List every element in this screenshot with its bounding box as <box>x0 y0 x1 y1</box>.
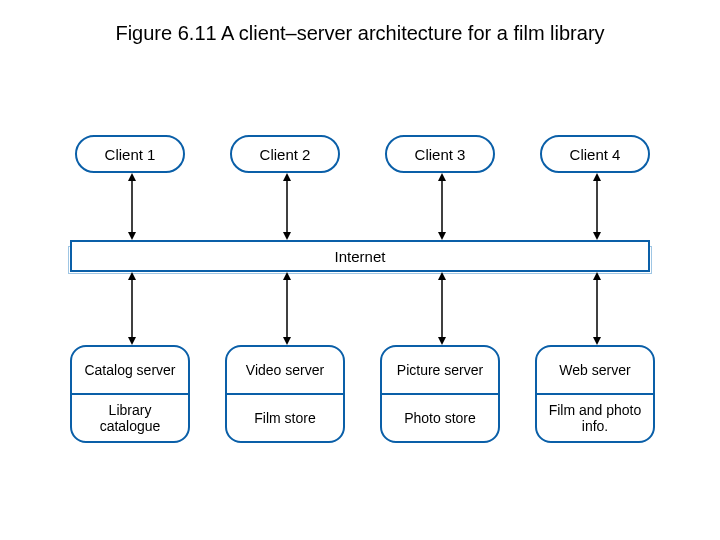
svg-marker-7 <box>438 173 446 181</box>
server-bottom-label: Film store <box>227 395 343 441</box>
svg-marker-1 <box>128 173 136 181</box>
arrow-client2-internet <box>281 173 293 240</box>
svg-marker-2 <box>128 232 136 240</box>
svg-marker-17 <box>283 337 291 345</box>
svg-marker-14 <box>128 337 136 345</box>
server-bottom-label: Library catalogue <box>72 395 188 441</box>
svg-marker-19 <box>438 272 446 280</box>
client-box-3: Client 3 <box>385 135 495 173</box>
arrow-internet-server1 <box>126 272 138 345</box>
figure-title: Figure 6.11 A client–server architecture… <box>0 22 720 45</box>
arrow-internet-server4 <box>591 272 603 345</box>
architecture-diagram: Client 1 Client 2 Client 3 Client 4 Inte… <box>70 135 650 465</box>
server-top-label: Catalog server <box>72 347 188 395</box>
server-bottom-label: Photo store <box>382 395 498 441</box>
svg-marker-10 <box>593 173 601 181</box>
svg-marker-8 <box>438 232 446 240</box>
svg-marker-16 <box>283 272 291 280</box>
svg-marker-4 <box>283 173 291 181</box>
client-label: Client 3 <box>415 146 466 163</box>
client-box-4: Client 4 <box>540 135 650 173</box>
client-label: Client 4 <box>570 146 621 163</box>
svg-marker-13 <box>128 272 136 280</box>
arrow-client1-internet <box>126 173 138 240</box>
svg-marker-11 <box>593 232 601 240</box>
server-box-web: Web server Film and photo info. <box>535 345 655 443</box>
client-label: Client 2 <box>260 146 311 163</box>
internet-bar: Internet <box>70 240 650 272</box>
client-box-2: Client 2 <box>230 135 340 173</box>
internet-label: Internet <box>335 248 386 265</box>
arrow-internet-server2 <box>281 272 293 345</box>
server-top-label: Picture server <box>382 347 498 395</box>
svg-marker-23 <box>593 337 601 345</box>
arrow-client3-internet <box>436 173 448 240</box>
server-box-catalog: Catalog server Library catalogue <box>70 345 190 443</box>
arrow-internet-server3 <box>436 272 448 345</box>
server-box-video: Video server Film store <box>225 345 345 443</box>
server-bottom-label: Film and photo info. <box>537 395 653 441</box>
server-box-picture: Picture server Photo store <box>380 345 500 443</box>
svg-marker-22 <box>593 272 601 280</box>
server-top-label: Web server <box>537 347 653 395</box>
svg-marker-5 <box>283 232 291 240</box>
server-top-label: Video server <box>227 347 343 395</box>
arrow-client4-internet <box>591 173 603 240</box>
svg-marker-20 <box>438 337 446 345</box>
client-label: Client 1 <box>105 146 156 163</box>
client-box-1: Client 1 <box>75 135 185 173</box>
